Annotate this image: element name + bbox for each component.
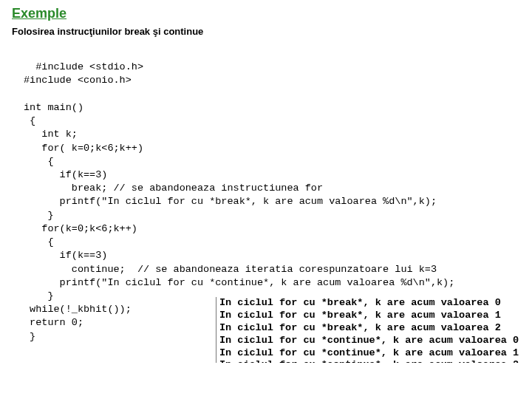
code-area: #include <stdio.h> #include <conio.h> in…	[24, 47, 520, 357]
program-output: In ciclul for cu *break*, k are acum val…	[216, 297, 519, 363]
page-subtitle: Folosirea instrucţiunilor break şi conti…	[12, 26, 520, 37]
page-title: Exemple	[12, 6, 520, 21]
